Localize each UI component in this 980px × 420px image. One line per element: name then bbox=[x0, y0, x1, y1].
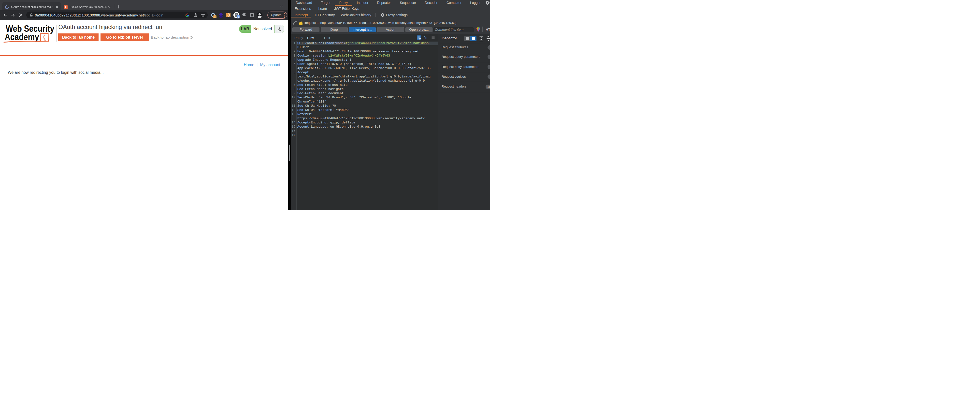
svg-text:Academy: Academy bbox=[5, 32, 39, 42]
